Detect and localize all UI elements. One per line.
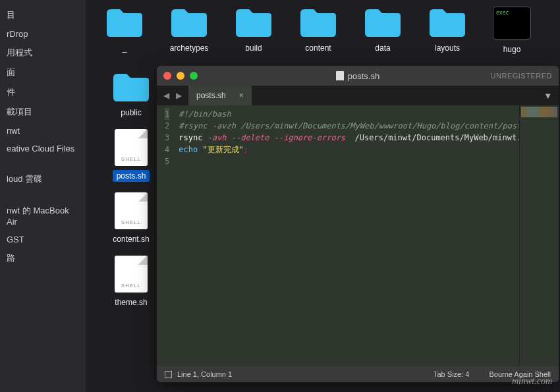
icon-label: build: [241, 42, 266, 54]
sidebar-item[interactable]: 件: [0, 82, 86, 102]
icon-label: posts.sh: [113, 170, 150, 182]
file-icon: SHELL: [115, 192, 148, 229]
file-icon: SHELL: [115, 129, 148, 166]
icon-label: layouts: [431, 42, 464, 54]
folder-icon: [299, 7, 337, 38]
folder-icon: [112, 71, 150, 103]
editor-tabbar: ◀ ▶ posts.sh × ▼: [157, 86, 559, 105]
sidebar-item[interactable]: 面: [0, 63, 86, 82]
sidebar-item[interactable]: 用程式: [0, 43, 86, 63]
icon-label: content.sh: [109, 233, 153, 245]
icon-label: archetypes: [166, 42, 213, 54]
sidebar-item[interactable]: 路: [0, 248, 86, 268]
editor-titlebar[interactable]: posts.sh UNREGISTERED: [157, 66, 559, 86]
icon-label: hugo: [499, 43, 525, 55]
icon-label: theme.sh: [111, 296, 151, 308]
close-tab-button[interactable]: ×: [239, 91, 244, 100]
file-icon: SHELL: [115, 256, 148, 293]
file-item-content[interactable]: SHELL content.sh: [105, 192, 157, 245]
folder-icon: [428, 7, 466, 38]
folder-item[interactable]: archetypes: [163, 7, 215, 55]
folder-item[interactable]: content: [293, 7, 344, 55]
folder-icon: [235, 7, 273, 38]
sidebar-item[interactable]: loud 雲碟: [0, 169, 86, 189]
svg-rect-0: [336, 71, 344, 80]
sublime-editor-window: posts.sh UNREGISTERED ◀ ▶ posts.sh × ▼ 1…: [157, 66, 559, 382]
window-close-button[interactable]: [163, 72, 171, 80]
minimap[interactable]: [519, 105, 559, 366]
sidebar-item[interactable]: GST: [0, 231, 86, 248]
tab-size-selector[interactable]: Tab Size: 4: [434, 370, 469, 378]
sidebar-item[interactable]: 載項目: [0, 102, 86, 122]
editor-tab[interactable]: posts.sh ×: [188, 86, 252, 105]
file-item-theme[interactable]: SHELL theme.sh: [105, 256, 157, 308]
file-item-posts[interactable]: SHELL posts.sh: [105, 129, 157, 182]
folder-item[interactable]: public: [105, 71, 157, 119]
editor-statusbar: Line 1, Column 1 Tab Size: 4 Bourne Agai…: [157, 366, 559, 382]
tabbar-more-button[interactable]: ▼: [537, 91, 559, 101]
window-minimize-button[interactable]: [177, 72, 184, 80]
folder-icon: [170, 7, 208, 38]
folder-item[interactable]: build: [228, 7, 279, 55]
finder-icon-area: _ archetypes build content data layouts …: [99, 0, 560, 62]
folder-item[interactable]: _: [99, 7, 150, 55]
window-zoom-button[interactable]: [190, 72, 198, 80]
folder-item[interactable]: data: [357, 7, 408, 55]
file-icon: [336, 71, 344, 80]
icon-label: content: [301, 42, 335, 54]
tab-label: posts.sh: [196, 91, 226, 100]
history-forward-button[interactable]: ▶: [173, 90, 184, 101]
hugo-exec-item[interactable]: exec hugo: [486, 7, 538, 55]
status-icon[interactable]: [165, 371, 172, 378]
cursor-position[interactable]: Line 1, Column 1: [177, 370, 232, 378]
icon-label: _: [119, 42, 131, 54]
sidebar-item[interactable]: rDrop: [0, 25, 86, 43]
sidebar-item[interactable]: nwt: [0, 122, 86, 140]
history-back-button[interactable]: ◀: [161, 90, 172, 101]
icon-label: data: [371, 42, 394, 54]
folder-icon: [364, 7, 402, 38]
sidebar-item[interactable]: eative Cloud Files: [0, 140, 86, 157]
line-gutter: 1 2 3 4 5: [157, 105, 175, 366]
finder-sidebar: 目 rDrop 用程式 面 件 載項目 nwt eative Cloud Fil…: [0, 0, 86, 392]
folder-item[interactable]: layouts: [422, 7, 473, 55]
editor-body[interactable]: 1 2 3 4 5 #!/bin/bash #rsync -avzh /User…: [157, 105, 559, 366]
watermark: minwt.com: [512, 376, 552, 387]
exec-icon: exec: [493, 7, 531, 40]
folder-icon: [105, 7, 144, 38]
icon-label: public: [117, 107, 145, 119]
sidebar-item[interactable]: nwt 的 MacBook Air: [0, 201, 86, 231]
sidebar-item[interactable]: 目: [0, 5, 86, 25]
unregistered-label: UNREGISTERED: [491, 72, 552, 80]
code-area[interactable]: #!/bin/bash #rsync -avzh /Users/minwt/Do…: [175, 105, 519, 366]
